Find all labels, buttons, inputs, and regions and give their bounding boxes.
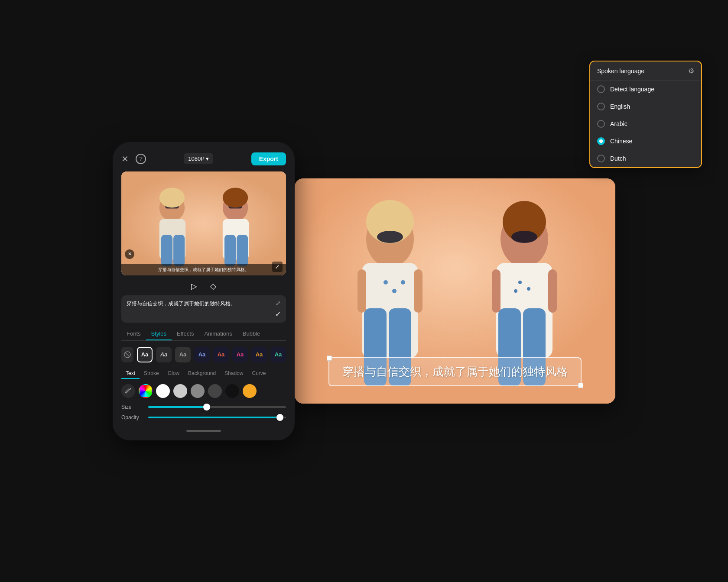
phone-bottom-bar [121,425,286,432]
video-subtitle-bar: 穿搭与自信交织，成就了属于她们的独特风格。 [121,264,286,275]
close-button[interactable]: ✕ [121,154,129,164]
color-tab-glow[interactable]: Glow [163,369,184,379]
dropdown-title: Spoken language [597,68,644,74]
color-swatch-white[interactable] [156,384,170,398]
option-arabic-label: Arabic [610,120,627,127]
canvas-area: 穿搭与自信交织，成就了属于她们的独特风格 [295,178,615,404]
dropdown-settings-icon[interactable]: ⚙ [688,67,694,75]
style-option-4[interactable]: Aa [194,347,210,362]
radio-detect [597,85,605,93]
style-option-2[interactable]: Aa [156,347,172,362]
option-detect-label: Detect language [610,86,654,93]
tab-animations[interactable]: Animations [199,328,237,340]
svg-point-35 [401,280,405,285]
video-subtitle-text: 穿搭与自信交织，成就了属于她们的独特风格。 [158,267,249,272]
play-button[interactable]: ▷ [191,281,197,291]
svg-rect-29 [358,269,366,313]
style-option-6[interactable]: Aa [232,347,248,362]
radio-arabic [597,120,605,128]
style-option-7[interactable]: Aa [251,347,267,362]
style-none-option[interactable] [121,347,133,362]
language-option-detect[interactable]: Detect language [590,81,701,98]
export-button[interactable]: Export [251,152,286,165]
canvas-subtitle-text: 穿搭与自信交织，成就了属于她们的独特风格 [342,365,568,378]
svg-point-15 [130,388,131,389]
radio-dutch [597,155,605,162]
size-slider-track[interactable] [148,406,286,408]
svg-rect-4 [173,235,185,266]
expand-text-icon[interactable]: ⤢ [276,300,281,307]
text-editor-content[interactable]: 穿搭与自信交织，成就了属于她们的独特风格。 [127,300,272,307]
phone-header-left: ✕ ? [121,154,146,164]
color-swatch-rainbow[interactable] [139,384,153,398]
style-option-5[interactable]: Aa [213,347,229,362]
no-style-icon [124,351,131,359]
svg-rect-31 [492,269,500,313]
radio-inner-dot [599,139,603,143]
svg-point-37 [527,287,530,291]
color-swatch-lightgray[interactable] [173,384,187,398]
color-swatch-darkgray[interactable] [208,384,222,398]
style-option-3[interactable]: Aa [175,347,191,362]
remove-subtitle-button[interactable]: ✕ [125,249,134,259]
color-tab-background[interactable]: Background [184,369,220,379]
opacity-slider-row: Opacity [121,414,286,420]
magic-button[interactable]: ◇ [210,281,216,291]
svg-rect-3 [161,235,172,266]
thumbnail-svg [121,171,286,275]
radio-english [597,103,605,110]
dropdown-header: Spoken language ⚙ [590,61,701,81]
tab-styles[interactable]: Styles [146,328,172,340]
confirm-text-icon[interactable]: ✓ [275,310,281,318]
option-english-label: English [610,103,630,110]
svg-rect-8 [224,235,236,266]
resolution-button[interactable]: 1080P ▾ [184,153,213,164]
svg-rect-9 [237,235,248,266]
svg-point-28 [511,231,537,243]
canvas-subtitle[interactable]: 穿搭与自信交织，成就了属于她们的独特风格 [328,357,582,386]
phone-mockup: ✕ ? 1080P ▾ Export [113,142,295,440]
language-option-arabic[interactable]: Arabic [590,115,701,133]
language-option-chinese[interactable]: Chinese [590,133,701,150]
video-preview: ✕ 穿搭与自信交织，成就了属于她们的独特风格。 ⤢ [121,171,286,275]
opacity-slider-thumb[interactable] [276,414,283,421]
opacity-label: Opacity [121,414,143,420]
eyedropper-button[interactable] [121,384,135,398]
language-dropdown: Spoken language ⚙ Detect language Englis… [589,61,702,168]
svg-point-38 [514,289,517,293]
color-swatches [121,384,286,398]
tab-effects[interactable]: Effects [172,328,199,340]
svg-point-36 [518,281,522,284]
expand-video-button[interactable]: ⤢ [272,262,283,272]
size-slider-row: Size [121,404,286,410]
svg-rect-0 [121,171,286,275]
phone-header: ✕ ? 1080P ▾ Export [121,151,286,171]
help-button[interactable]: ? [136,154,146,164]
style-option-8[interactable]: Aa [270,347,286,362]
tab-bubble[interactable]: Bubble [237,328,265,340]
size-slider-thumb[interactable] [203,404,210,411]
text-editor-area: 穿搭与自信交织，成就了属于她们的独特风格。 ⤢ ✓ [121,295,286,323]
color-swatch-orange[interactable] [243,384,257,398]
style-tab-bar: Fonts Styles Effects Animations Bubble [121,328,286,341]
svg-line-14 [125,352,130,357]
playback-controls: ▷ ◇ [121,275,286,295]
home-indicator [186,430,221,432]
color-swatch-midgray[interactable] [191,384,205,398]
radio-chinese [597,137,605,145]
color-tab-stroke[interactable]: Stroke [140,369,163,379]
svg-rect-32 [548,269,557,313]
color-tab-text[interactable]: Text [121,369,140,379]
color-tab-curve[interactable]: Curve [247,369,270,379]
color-tab-shadow[interactable]: Shadow [220,369,247,379]
color-property-tabs: Text Stroke Glow Background Shadow Curve [121,369,286,379]
svg-point-22 [377,231,403,243]
language-option-english[interactable]: English [590,98,701,115]
style-option-1[interactable]: Aa [137,347,153,362]
svg-point-33 [384,280,388,285]
tab-fonts[interactable]: Fonts [121,328,146,340]
svg-point-34 [392,289,396,293]
language-option-dutch[interactable]: Dutch [590,150,701,167]
color-swatch-black[interactable] [225,384,239,398]
opacity-slider-track[interactable] [148,417,286,418]
